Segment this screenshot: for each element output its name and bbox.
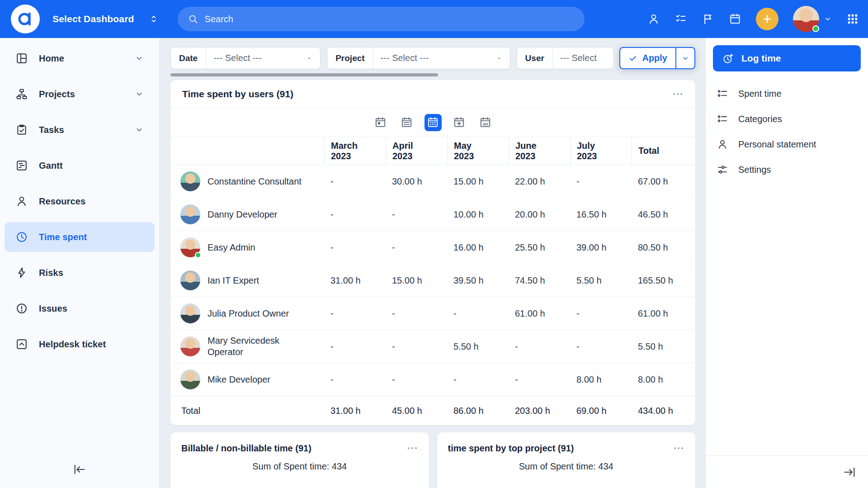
sidebar-item-label: Time spent [39,232,87,242]
value-cell: 16.00 h [447,242,509,253]
total-label: Total [170,406,324,416]
apply-button-group: Apply [619,47,695,69]
right-panel-item-settings[interactable]: Settings [713,158,861,181]
apply-dropdown-button[interactable] [675,48,694,68]
filter-scrollbar-thumb[interactable] [170,73,438,76]
apps-grid-icon[interactable] [846,13,859,25]
value-cell: 25.50 h [509,242,570,253]
sidebar-item-home[interactable]: Home [5,43,155,73]
table-total-row: Total31.00 h45.00 h86.00 h203.00 h69.00 … [170,396,695,425]
sidebar-item-time-spent[interactable]: Time spent [5,222,155,252]
view-year-button[interactable]: 365 [477,114,494,131]
check-icon [628,54,637,63]
value-cell: 15.00 h [386,275,447,286]
user-name-cell[interactable]: Julia Product Owner [170,299,324,328]
sidebar-item-tasks[interactable]: Tasks [5,115,155,145]
sidebar-item-resources[interactable]: Resources [5,186,155,216]
user-name[interactable]: Mary Servicedesk Operator [208,335,312,358]
project-filter[interactable]: Project --- Select --- [327,47,510,69]
view-month-button[interactable] [425,114,442,131]
app-logo[interactable] [11,5,40,33]
quick-add-button[interactable] [756,8,778,30]
right-panel-menu: Spent timeCategoriesPersonal statementSe… [713,82,861,181]
collapse-panel-icon[interactable] [843,465,856,479]
sidebar: HomeProjectsTasksGanttResourcesTime spen… [0,38,159,488]
user-avatar[interactable] [793,6,819,32]
right-panel-item-personal-statement[interactable]: Personal statement [713,133,861,156]
table-row-danny-developer: Danny Developer--10.00 h20.00 h16.50 h46… [170,198,695,231]
sidebar-item-projects[interactable]: Projects [5,79,155,109]
svg-text:365: 365 [483,123,488,126]
avatar [180,370,200,389]
user-name[interactable]: Julia Product Owner [208,308,289,319]
calendar-icon[interactable] [729,13,741,25]
card-summary: Sum of Spent time: 434 [170,461,429,472]
dashboard-selector[interactable]: Select Dashboard [52,14,159,24]
avatar [180,270,200,290]
collapse-sidebar-icon[interactable] [73,463,86,476]
sidebar-item-label: Home [39,53,64,64]
user-name[interactable]: Ian IT Expert [208,275,259,286]
header-cell: June2023 [509,137,570,165]
value-cell: 165.50 h [632,275,695,286]
user-icon[interactable] [647,13,660,25]
value-cell: - [324,308,386,319]
user-name-cell[interactable]: Constantine Consultant [170,167,324,196]
user-name[interactable]: Danny Developer [208,209,278,220]
total-value-cell: 434.00 h [632,406,695,416]
value-cell: 67.00 h [632,176,695,187]
cal-day-icon [374,116,387,128]
sidebar-item-helpdesk-ticket[interactable]: Helpdesk ticket [5,329,155,359]
tasks-checklist-icon[interactable] [675,13,687,25]
sidebar-item-gantt[interactable]: Gantt [5,151,155,180]
sidebar-item-risks[interactable]: Risks [5,258,155,288]
view-week-button[interactable] [398,114,415,131]
card-menu-button[interactable] [673,442,684,454]
value-cell: - [386,209,447,220]
user-name-cell[interactable]: Easy Admin [170,233,324,262]
card-menu-button[interactable] [406,442,418,454]
log-time-button[interactable]: Log time [713,45,861,71]
user-filter-select[interactable]: --- Select [553,47,614,69]
list-icon [717,113,728,125]
user-name[interactable]: Easy Admin [208,242,255,253]
value-cell: - [324,374,386,385]
right-panel-item-spent-time[interactable]: Spent time [713,82,861,105]
person-icon [15,195,28,208]
avatar [180,303,200,323]
value-cell: 31.00 h [324,275,386,286]
user-filter[interactable]: User --- Select [517,47,614,69]
card-menu-button[interactable] [672,88,684,100]
flag-icon[interactable] [702,13,714,25]
total-value-cell: 86.00 h [447,406,509,416]
view-quarter-button[interactable] [451,114,468,131]
value-cell: 20.00 h [509,209,570,220]
value-cell: - [324,209,386,220]
list-icon [717,88,728,99]
projects-icon [15,88,28,100]
sidebar-item-issues[interactable]: Issues [5,294,155,323]
user-name[interactable]: Constantine Consultant [208,176,302,187]
topbar-actions [647,6,859,32]
user-filter-label: User [517,47,553,69]
dropdown-caret-icon [306,55,313,62]
search-input[interactable] [205,14,575,24]
user-name-cell[interactable]: Mary Servicedesk Operator [170,331,324,362]
right-panel-item-categories[interactable]: Categories [713,108,861,130]
chevron-down-icon [135,125,144,134]
value-cell: 22.00 h [509,176,570,187]
avatar-chevron-down-icon[interactable] [824,15,832,23]
date-filter-select[interactable]: --- Select --- [206,47,320,69]
date-filter[interactable]: Date --- Select --- [170,47,321,69]
user-name-cell[interactable]: Ian IT Expert [170,266,324,295]
right-panel-item-label: Categories [738,114,782,124]
project-filter-select[interactable]: --- Select --- [373,47,510,69]
user-name-cell[interactable]: Danny Developer [170,200,324,229]
table-row-mary-servicedesk-operator: Mary Servicedesk Operator--5.50 h--5.50 … [170,330,695,363]
view-day-button[interactable] [372,114,389,131]
apply-button[interactable]: Apply [620,48,675,68]
user-name[interactable]: Mike Developer [208,374,270,385]
avatar [180,204,200,224]
user-name-cell[interactable]: Mike Developer [170,365,324,394]
right-panel-item-label: Settings [738,165,771,175]
